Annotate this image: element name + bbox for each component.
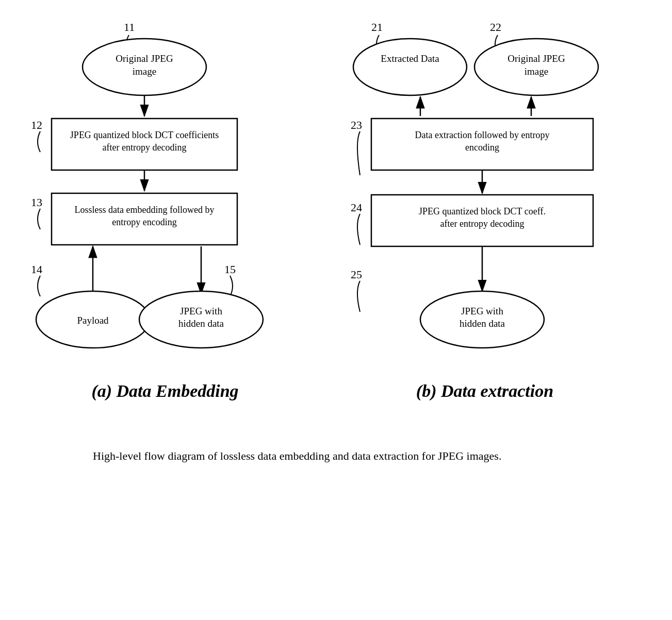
original-jpeg-label-a: Original JPEG: [116, 53, 173, 64]
ref-25: 25: [351, 268, 362, 281]
caption-b: (b) Data extraction: [416, 381, 553, 401]
data-extraction-label: Data extraction followed by entropy: [415, 130, 550, 140]
footer-content: High-level flow diagram of lossless data…: [93, 449, 501, 462]
svg-point-10: [353, 39, 467, 95]
jpeg-hidden-label-a: JPEG with: [180, 306, 222, 316]
diagram-a-svg: 11 Original JPEG image 12 JPEG quantized…: [21, 15, 309, 366]
jpeg-hidden-label2-b: hidden data: [460, 318, 505, 329]
extracted-data-label: Extracted Data: [381, 53, 439, 64]
original-jpeg-label2-a: image: [133, 66, 156, 77]
ref-21: 21: [371, 21, 383, 33]
jpeg-quant-label2-a: after entropy decoding: [103, 142, 187, 153]
lossless-embed-label: Lossless data embedding followed by: [75, 205, 215, 215]
jpeg-quant-label2-b: after entropy decoding: [440, 219, 525, 229]
jpeg-hidden-label2-a: hidden data: [178, 318, 224, 329]
ref-23: 23: [351, 119, 362, 131]
jpeg-quant-label-a: JPEG quantized block DCT coefficients: [70, 130, 219, 140]
diagram-a: 11 Original JPEG image 12 JPEG quantized…: [21, 15, 309, 401]
ref-14: 14: [31, 263, 42, 276]
caption-a: (a) Data Embedding: [91, 381, 238, 401]
ref-15: 15: [224, 263, 236, 276]
ref-22: 22: [490, 21, 501, 33]
footer-text: High-level flow diagram of lossless data…: [21, 447, 501, 464]
jpeg-quant-label-b: JPEG quantized block DCT coeff.: [419, 206, 546, 216]
payload-label: Payload: [77, 315, 109, 326]
original-jpeg-label-b: Original JPEG: [507, 53, 565, 64]
diagram-b-svg: 21 22 Extracted Data Original JPEG image…: [340, 15, 629, 366]
jpeg-hidden-label-b: JPEG with: [461, 306, 503, 316]
diagrams-row: 11 Original JPEG image 12 JPEG quantized…: [21, 15, 651, 401]
ref-24: 24: [351, 201, 362, 214]
diagram-b: 21 22 Extracted Data Original JPEG image…: [340, 15, 629, 401]
data-extraction-label2: encoding: [465, 142, 499, 153]
ref-11: 11: [124, 21, 135, 33]
ref-13: 13: [31, 196, 42, 209]
original-jpeg-label2-b: image: [525, 66, 548, 77]
ref-12: 12: [31, 119, 42, 131]
main-container: 11 Original JPEG image 12 JPEG quantized…: [0, 0, 672, 480]
lossless-embed-label2: entropy encoding: [112, 217, 176, 227]
